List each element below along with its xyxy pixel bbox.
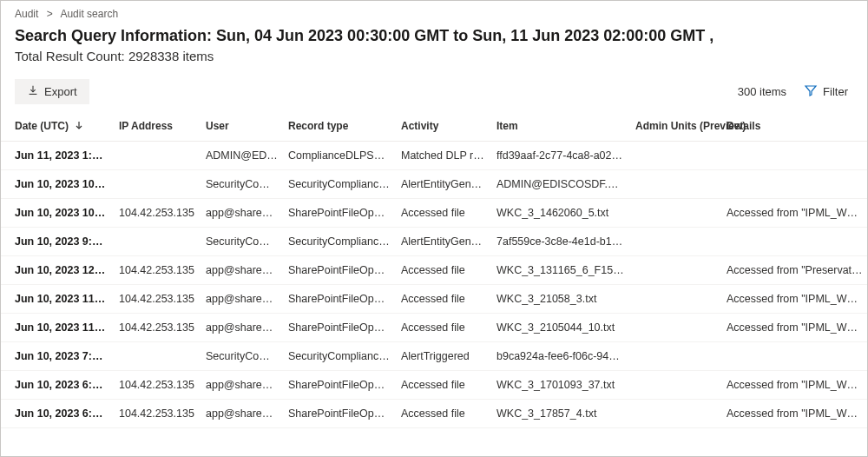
sort-down-icon	[75, 120, 83, 132]
items-count: 300 items	[738, 85, 786, 98]
cell-record: SecurityComplianceAlerts	[283, 342, 396, 371]
cell-ip: 104.42.253.135	[114, 256, 201, 285]
col-admin[interactable]: Admin Units (Preview)	[630, 113, 721, 142]
cell-admin	[630, 342, 721, 371]
col-date-label: Date (UTC)	[15, 120, 69, 132]
cell-item: 7af559ce-3c8e-4e1d-b140-f...	[491, 228, 630, 256]
cell-ip: 104.42.253.135	[114, 400, 201, 428]
cell-date: Jun 11, 2023 1:41 AM	[1, 142, 114, 170]
cell-date: Jun 10, 2023 10:33 PM	[1, 170, 114, 199]
cell-ip	[114, 342, 201, 371]
cell-record: SharePointFileOperation	[283, 400, 396, 428]
table-row[interactable]: Jun 10, 2023 6:58 AM104.42.253.135app@sh…	[1, 371, 868, 400]
cell-record: SecurityComplianceAlerts	[283, 228, 396, 256]
cell-details	[721, 342, 868, 371]
cell-admin	[630, 285, 721, 314]
col-item[interactable]: Item	[491, 113, 630, 142]
cell-item: WKC_3_2105044_10.txt	[491, 314, 630, 342]
col-ip[interactable]: IP Address	[114, 113, 201, 142]
result-count: Total Result Count: 2928338 items	[1, 47, 867, 79]
download-icon	[27, 84, 39, 99]
table-row[interactable]: Jun 10, 2023 7:12 AMSecurityComplianc...…	[1, 342, 868, 371]
table-row[interactable]: Jun 10, 2023 12:54 PM104.42.253.135app@s…	[1, 256, 868, 285]
cell-date: Jun 10, 2023 6:12 AM	[1, 400, 114, 428]
cell-date: Jun 10, 2023 9:49 PM	[1, 228, 114, 256]
table-row[interactable]: Jun 10, 2023 11:18 AM104.42.253.135app@s…	[1, 314, 868, 342]
breadcrumb-separator: >	[47, 8, 53, 20]
results-table: Date (UTC) IP Address User Record type A…	[1, 113, 868, 428]
cell-details: Accessed from "IPML_WKC_3_301"	[721, 400, 868, 428]
table-header-row: Date (UTC) IP Address User Record type A…	[1, 113, 868, 142]
cell-record: SharePointFileOperation	[283, 314, 396, 342]
cell-details: Accessed from "IPML_WKC_3_395"	[721, 314, 868, 342]
cell-ip	[114, 170, 201, 199]
cell-details	[721, 142, 868, 170]
cell-user: SecurityComplianc...	[201, 342, 283, 371]
cell-admin	[630, 228, 721, 256]
cell-record: SharePointFileOperation	[283, 199, 396, 228]
cell-user: ADMIN@EDISCOS...	[201, 142, 283, 170]
cell-item: ADMIN@EDISCOSDF.ONMI...	[491, 170, 630, 199]
col-user[interactable]: User	[201, 113, 283, 142]
cell-details: Accessed from "IPML_WKC_3_395"	[721, 285, 868, 314]
export-button[interactable]: Export	[15, 79, 89, 104]
cell-details: Accessed from "PreservationHold...	[721, 256, 868, 285]
table-row[interactable]: Jun 10, 2023 11:32 AM104.42.253.135app@s…	[1, 285, 868, 314]
cell-activity: Matched DLP rule	[396, 142, 491, 170]
cell-item: ffd39aaf-2c77-4ca8-a02f-ed...	[491, 142, 630, 170]
cell-item: WKC_3_1462060_5.txt	[491, 199, 630, 228]
cell-ip: 104.42.253.135	[114, 285, 201, 314]
results-table-wrap: Date (UTC) IP Address User Record type A…	[1, 113, 867, 428]
cell-record: SharePointFileOperation	[283, 285, 396, 314]
cell-user: app@sharepoint	[201, 199, 283, 228]
cell-details	[721, 170, 868, 199]
cell-admin	[630, 371, 721, 400]
cell-item: b9ca924a-fee6-f06c-9400-0...	[491, 342, 630, 371]
table-row[interactable]: Jun 11, 2023 1:41 AMADMIN@EDISCOS...Comp…	[1, 142, 868, 170]
audit-search-page: Audit > Audit search Search Query Inform…	[0, 0, 868, 457]
filter-label: Filter	[823, 85, 848, 98]
cell-date: Jun 10, 2023 6:58 AM	[1, 371, 114, 400]
cell-ip	[114, 228, 201, 256]
col-activity[interactable]: Activity	[396, 113, 491, 142]
table-row[interactable]: Jun 10, 2023 9:49 PMSecurityComplianc...…	[1, 228, 868, 256]
filter-button[interactable]: Filter	[799, 83, 853, 101]
cell-item: WKC_3_1701093_37.txt	[491, 371, 630, 400]
cell-record: SharePointFileOperation	[283, 256, 396, 285]
cell-record: SharePointFileOperation	[283, 371, 396, 400]
cell-admin	[630, 199, 721, 228]
col-date[interactable]: Date (UTC)	[1, 113, 114, 142]
cell-user: app@sharepoint	[201, 371, 283, 400]
cell-user: app@sharepoint	[201, 314, 283, 342]
cell-user: SecurityComplianc...	[201, 228, 283, 256]
cell-activity: AlertTriggered	[396, 342, 491, 371]
table-body: Jun 11, 2023 1:41 AMADMIN@EDISCOS...Comp…	[1, 142, 868, 428]
cell-item: WKC_3_21058_3.txt	[491, 285, 630, 314]
cell-activity: AlertEntityGenerated	[396, 170, 491, 199]
cell-details: Accessed from "IPML_WKC_3_185"	[721, 199, 868, 228]
breadcrumb-current: Audit search	[60, 8, 118, 20]
cell-ip: 104.42.253.135	[114, 314, 201, 342]
cell-ip: 104.42.253.135	[114, 199, 201, 228]
cell-ip	[114, 142, 201, 170]
cell-user: app@sharepoint	[201, 256, 283, 285]
table-row[interactable]: Jun 10, 2023 6:12 AM104.42.253.135app@sh…	[1, 400, 868, 428]
cell-details	[721, 228, 868, 256]
cell-activity: Accessed file	[396, 371, 491, 400]
table-row[interactable]: Jun 10, 2023 10:33 PMSecurityComplianc..…	[1, 170, 868, 199]
table-row[interactable]: Jun 10, 2023 10:16 PM104.42.253.135app@s…	[1, 199, 868, 228]
cell-date: Jun 10, 2023 11:18 AM	[1, 314, 114, 342]
cell-user: SecurityComplianc...	[201, 170, 283, 199]
export-label: Export	[44, 85, 77, 98]
cell-user: app@sharepoint	[201, 400, 283, 428]
breadcrumb-root[interactable]: Audit	[15, 8, 38, 20]
toolbar: Export 300 items Filter	[1, 79, 867, 113]
filter-icon	[804, 83, 818, 100]
col-details[interactable]: Details	[721, 113, 868, 142]
breadcrumb: Audit > Audit search	[1, 1, 867, 23]
cell-admin	[630, 170, 721, 199]
cell-activity: AlertEntityGenerated	[396, 228, 491, 256]
col-record[interactable]: Record type	[283, 113, 396, 142]
cell-activity: Accessed file	[396, 400, 491, 428]
cell-admin	[630, 400, 721, 428]
